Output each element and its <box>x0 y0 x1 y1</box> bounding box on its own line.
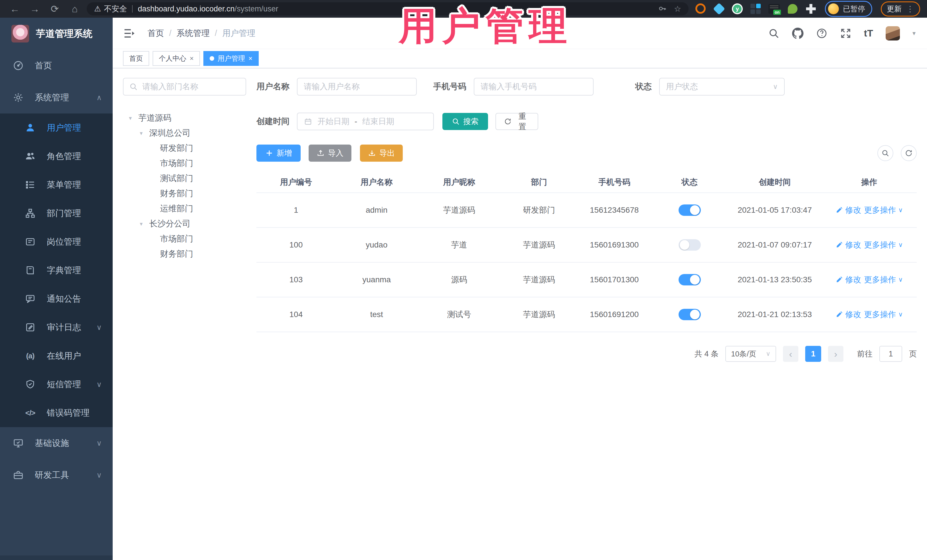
status-toggle[interactable] <box>679 274 701 285</box>
status-select[interactable]: 用户状态 ∨ <box>659 78 785 96</box>
active-tab-dot <box>210 56 214 61</box>
github-icon[interactable] <box>792 28 804 39</box>
sidebar-item-users[interactable]: 用户管理 <box>0 114 112 142</box>
extension-vue-icon[interactable]: y <box>732 3 743 14</box>
tree-node[interactable]: ▾芋道源码 <box>123 110 246 126</box>
status-toggle[interactable] <box>679 205 701 216</box>
browser-profile-badge[interactable]: 已暂停 <box>825 1 872 17</box>
tree-node[interactable]: 运维部门 <box>123 201 246 216</box>
more-actions-link[interactable]: 更多操作∨ <box>864 205 903 216</box>
import-button[interactable]: 导入 <box>308 144 351 162</box>
toggle-search-button[interactable] <box>877 145 894 161</box>
hamburger-icon[interactable] <box>123 27 135 39</box>
tree-node[interactable]: 市场部门 <box>123 231 246 246</box>
tree-caret-icon[interactable]: ▾ <box>137 220 146 227</box>
status-toggle[interactable] <box>679 309 701 320</box>
goto-page-input[interactable] <box>879 346 902 362</box>
search-button[interactable]: 搜索 <box>442 113 488 130</box>
sidebar-item-errorcode[interactable]: </> 错误码管理 <box>0 399 112 427</box>
browser-reload-icon[interactable]: ⟳ <box>47 3 63 15</box>
extension-orange-icon[interactable] <box>695 3 706 14</box>
extension-spy-icon[interactable] <box>787 3 798 14</box>
browser-update-button[interactable]: 更新 ⋮ <box>881 2 920 17</box>
security-label[interactable]: 不安全 <box>104 4 127 14</box>
pencil-icon <box>836 241 843 249</box>
tab-profile[interactable]: 个人中心 × <box>153 51 200 66</box>
tree-node[interactable]: 财务部门 <box>123 186 246 201</box>
status-toggle[interactable] <box>679 239 701 250</box>
sidebar-item-menus[interactable]: 菜单管理 <box>0 170 112 199</box>
id-card-icon <box>24 236 36 247</box>
search-icon[interactable] <box>768 28 780 39</box>
sidebar-item-depts[interactable]: 部门管理 <box>0 199 112 228</box>
avatar-caret-icon[interactable]: ▾ <box>912 30 916 37</box>
tree-node[interactable]: ▾深圳总公司 <box>123 126 246 141</box>
sidebar-item-dict[interactable]: 字典管理 <box>0 256 112 285</box>
current-page-button[interactable]: 1 <box>805 346 821 362</box>
extension-gem-icon[interactable] <box>714 3 725 14</box>
sidebar-item-devtools[interactable]: 研发工具 ∨ <box>0 459 112 491</box>
extension-list-icon[interactable]: on <box>768 4 780 14</box>
reset-button[interactable]: 重置 <box>495 113 538 130</box>
tree-caret-icon[interactable]: ▾ <box>137 130 146 137</box>
tab-user-management[interactable]: 用户管理 × <box>204 51 259 66</box>
password-key-icon[interactable] <box>658 4 667 13</box>
sidebar-item-system[interactable]: 系统管理 ∧ <box>0 82 112 114</box>
tab-close-icon[interactable]: × <box>248 55 252 62</box>
sidebar-item-notice[interactable]: 通知公告 <box>0 285 112 313</box>
add-button[interactable]: 新增 <box>257 144 301 162</box>
chevron-down-icon: ∨ <box>96 471 102 480</box>
sidebar-item-posts[interactable]: 岗位管理 <box>0 228 112 256</box>
extension-grid-icon[interactable] <box>750 3 761 14</box>
browser-back-icon[interactable]: ← <box>7 3 23 15</box>
dept-search-box[interactable]: 请输入部门名称 <box>123 78 246 96</box>
sidebar-item-infra[interactable]: 基础设施 ∨ <box>0 427 112 459</box>
browser-forward-icon[interactable]: → <box>27 3 43 15</box>
more-actions-link[interactable]: 更多操作∨ <box>864 309 903 320</box>
refresh-table-button[interactable] <box>901 145 917 161</box>
page-size-select[interactable]: 10条/页 ∨ <box>725 346 776 362</box>
sidebar-item-home[interactable]: 首页 <box>0 50 112 82</box>
edit-link[interactable]: 修改 <box>836 309 861 320</box>
edit-link[interactable]: 修改 <box>836 274 861 285</box>
sidebar-item-auditlog[interactable]: 审计日志 ∨ <box>0 313 112 341</box>
sidebar-item-online-users[interactable]: (a) 在线用户 <box>0 341 112 370</box>
tree-caret-icon[interactable]: ▾ <box>126 115 135 121</box>
breadcrumb-home[interactable]: 首页 <box>147 28 164 39</box>
tree-node[interactable]: 研发部门 <box>123 141 246 156</box>
sidebar-item-roles[interactable]: 角色管理 <box>0 142 112 170</box>
table-row: 100 yudao 芋道 芋道源码 15601691300 2021-01-07… <box>257 228 917 263</box>
breadcrumb-system[interactable]: 系统管理 <box>176 28 210 39</box>
extension-puzzle-icon[interactable] <box>805 3 816 14</box>
browser-home-icon[interactable]: ⌂ <box>67 3 83 15</box>
fullscreen-icon[interactable] <box>840 28 851 39</box>
table-header-row: 用户编号 用户名称 用户昵称 部门 手机号码 状态 创建时间 操作 <box>257 172 917 193</box>
username-input[interactable] <box>297 78 417 96</box>
browser-menu-icon[interactable]: ⋮ <box>906 4 914 14</box>
page-unit-label: 页 <box>909 349 917 359</box>
help-icon[interactable] <box>816 28 827 39</box>
date-range-picker[interactable]: 开始日期 - 结束日期 <box>297 112 434 130</box>
users-group-icon <box>24 150 36 162</box>
edit-link[interactable]: 修改 <box>836 240 861 250</box>
username-label: 用户名称 <box>257 81 290 93</box>
prev-page-button[interactable]: ‹ <box>783 346 798 362</box>
more-actions-link[interactable]: 更多操作∨ <box>864 274 903 285</box>
bookmark-star-icon[interactable]: ☆ <box>674 4 681 14</box>
extensions-row: y on <box>695 3 816 14</box>
tree-node[interactable]: 测试部门 <box>123 171 246 186</box>
tree-node[interactable]: 财务部门 <box>123 246 246 261</box>
tree-node[interactable]: ▾长沙分公司 <box>123 216 246 231</box>
more-actions-link[interactable]: 更多操作∨ <box>864 240 903 250</box>
next-page-button[interactable]: › <box>828 346 843 362</box>
edit-link[interactable]: 修改 <box>836 205 861 216</box>
font-size-icon[interactable]: tT <box>864 28 873 39</box>
tab-close-icon[interactable]: × <box>190 55 194 62</box>
mobile-input[interactable] <box>474 78 594 96</box>
user-avatar[interactable] <box>886 26 900 41</box>
tab-home[interactable]: 首页 <box>123 51 149 66</box>
export-button[interactable]: 导出 <box>360 144 403 162</box>
tree-node[interactable]: 市场部门 <box>123 156 246 171</box>
address-bar[interactable]: ⚠ 不安全 dashboard.yudao.iocoder.cn/system/… <box>87 2 688 15</box>
sidebar-item-sms[interactable]: 短信管理 ∨ <box>0 370 112 399</box>
